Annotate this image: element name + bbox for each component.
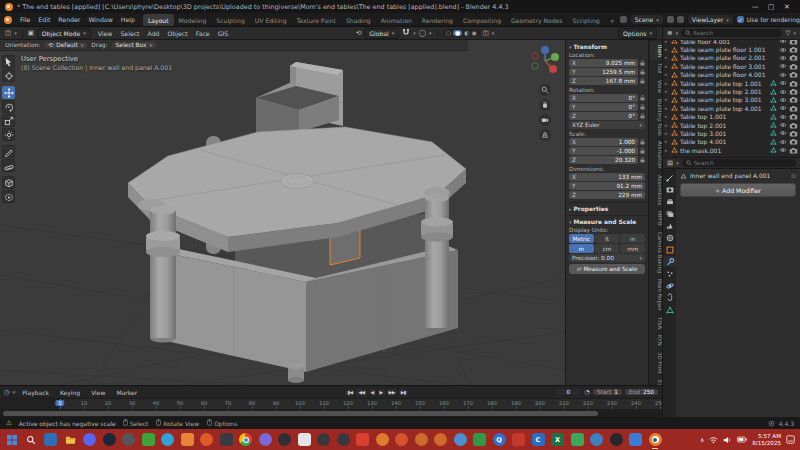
unit-in-button[interactable]: in xyxy=(620,234,645,243)
tool-rotate[interactable] xyxy=(2,100,15,113)
dimensions-y-field[interactable]: Y91.2 mm xyxy=(569,182,645,190)
unit-ft-button[interactable]: ft xyxy=(595,234,620,243)
taskbar-icon-sphere-app[interactable] xyxy=(610,433,623,446)
shading-wireframe-icon[interactable]: ○ xyxy=(446,30,451,36)
gizmo-y-axis-negative[interactable] xyxy=(532,63,538,69)
frame-end-field[interactable]: End250 xyxy=(625,389,658,395)
render-camera-icon[interactable] xyxy=(789,80,798,87)
visibility-eye-icon[interactable] xyxy=(779,105,787,111)
expand-icon[interactable]: ▸ xyxy=(665,40,669,44)
visibility-eye-icon[interactable] xyxy=(779,147,787,153)
workspace-tab-texture-paint[interactable]: Texture Paint xyxy=(292,14,341,26)
timeline-menu-playback[interactable]: Playback xyxy=(18,387,53,398)
expand-icon[interactable]: ▸ xyxy=(665,131,669,136)
outliner-row[interactable]: ▸Table top 3.001 xyxy=(665,129,798,137)
taskbar-icon-blue-app[interactable] xyxy=(590,433,603,446)
visibility-eye-icon[interactable] xyxy=(779,72,787,78)
rotation-z-field[interactable]: Z0° xyxy=(569,112,638,120)
playhead-frame-badge[interactable]: 0 xyxy=(55,400,64,406)
tool-measure[interactable] xyxy=(2,159,15,172)
expand-icon[interactable]: ▸ xyxy=(665,89,669,94)
expand-icon[interactable]: ▸ xyxy=(665,148,669,153)
taskbar-icon-blue-round-app[interactable] xyxy=(454,433,467,446)
properties-tab-render[interactable] xyxy=(663,184,676,195)
gizmo-z-axis[interactable] xyxy=(541,46,549,54)
gizmo-x-axis-negative[interactable] xyxy=(532,53,538,59)
sidebar-tab-view[interactable]: View xyxy=(650,77,662,96)
sidebar-tab-edit[interactable]: Edit xyxy=(650,377,662,385)
properties-tab-scene[interactable] xyxy=(663,220,676,231)
taskbar-icon-dark-app-1[interactable] xyxy=(220,433,233,446)
blender-app-icon[interactable] xyxy=(5,3,13,11)
tool-add-cube[interactable] xyxy=(2,176,15,189)
viewport-canvas[interactable] xyxy=(0,40,565,385)
orientation-selector[interactable]: Global▾ xyxy=(364,28,399,39)
viewport-menu-add[interactable]: Add xyxy=(144,28,164,39)
render-camera-icon[interactable] xyxy=(789,138,798,145)
taskbar-icon-telegram[interactable] xyxy=(161,433,174,446)
outliner-row[interactable]: ▸Table seam plate floor 3.001 xyxy=(665,62,798,70)
dimensions-x-field[interactable]: X133 mm xyxy=(569,173,645,181)
menu-render[interactable]: Render xyxy=(54,14,84,25)
use-for-rendering-checkbox[interactable]: ✓ xyxy=(737,16,744,23)
taskbar-icon-dark-app-2[interactable] xyxy=(278,433,291,446)
end-table-model[interactable] xyxy=(128,62,466,383)
unit-m-button[interactable]: m xyxy=(569,244,594,253)
location-z-field[interactable]: Z167.8 mm xyxy=(569,77,638,85)
outliner-row[interactable]: ▸Table top 1.001 xyxy=(665,113,798,121)
gizmo-x-axis[interactable] xyxy=(549,65,557,73)
outliner-search-input[interactable] xyxy=(693,30,779,36)
outliner-row[interactable]: ▸Table seam plate top 4.001 xyxy=(665,104,798,112)
sidebar-tab-animation[interactable]: Animation xyxy=(650,138,662,171)
expand-icon[interactable]: ▸ xyxy=(665,114,669,119)
taskbar-icon-purple-app[interactable] xyxy=(259,433,272,446)
taskbar-icon-tree-app[interactable] xyxy=(473,433,486,446)
taskbar-icon-code-app[interactable]: C xyxy=(532,433,545,446)
properties-tab-modifiers[interactable] xyxy=(663,256,676,267)
taskbar-icon-task-view[interactable] xyxy=(44,433,57,446)
expand-icon[interactable]: ▸ xyxy=(665,97,669,102)
pan-button[interactable] xyxy=(539,99,551,111)
lock-icon[interactable] xyxy=(640,60,645,67)
jump-to-start-button[interactable]: ▮◀ xyxy=(345,389,354,396)
camera-view-button[interactable] xyxy=(539,114,551,126)
timeline-menu-view[interactable]: View xyxy=(87,387,109,398)
shading-solid-icon[interactable]: ● xyxy=(453,30,462,36)
rotation-mode-dropdown[interactable]: XYZ Euler▾ xyxy=(569,121,645,129)
new-scene-icon[interactable] xyxy=(667,16,674,23)
3d-viewport[interactable]: Orientation: ⟲ Default▾ Drag: Select Box… xyxy=(0,40,662,385)
sidebar-tab-main-repair[interactable]: Main Repair xyxy=(650,276,662,314)
scale-x-field[interactable]: X1.000 xyxy=(569,138,638,146)
sidebar-tab-building-tools[interactable]: Building Tools xyxy=(650,96,662,139)
viewport-menu-object[interactable]: Object xyxy=(164,28,192,39)
workspace-tab-uv-editing[interactable]: UV Editing xyxy=(250,14,292,26)
sidebar-tab-mpfb[interactable]: MPFB xyxy=(650,208,662,229)
lock-icon[interactable] xyxy=(640,78,645,85)
outliner-row[interactable]: ▸Table top 2.001 xyxy=(665,121,798,129)
tool-transform[interactable] xyxy=(2,128,15,141)
lock-icon[interactable] xyxy=(640,113,645,120)
transform-panel-header[interactable]: ▾Transform xyxy=(569,44,645,50)
jump-to-end-button[interactable]: ▶▮ xyxy=(399,389,408,396)
expand-icon[interactable]: ▸ xyxy=(665,55,669,60)
battery-icon[interactable] xyxy=(737,436,747,443)
expand-icon[interactable]: ▸ xyxy=(665,123,669,128)
properties-tab-particles[interactable] xyxy=(663,268,676,279)
add-workspace-button[interactable]: + xyxy=(605,14,620,26)
next-keyframe-button[interactable]: ▶▶ xyxy=(387,389,397,396)
filter-funnel-icon[interactable]: ▽ xyxy=(785,29,790,37)
visibility-eye-icon[interactable] xyxy=(779,89,787,95)
unit-cm-button[interactable]: cm xyxy=(595,244,620,253)
render-camera-icon[interactable] xyxy=(789,63,798,70)
timeline-menu-keying[interactable]: Keying xyxy=(56,387,84,398)
properties-tab-object[interactable] xyxy=(663,244,676,255)
visibility-eye-icon[interactable] xyxy=(779,80,787,86)
close-button[interactable]: ✕ xyxy=(779,3,795,11)
outliner-row[interactable]: ▸Table top 4.001 xyxy=(665,138,798,146)
sidebar-tab-3d-print[interactable]: 3D Print xyxy=(650,349,662,377)
properties-search[interactable] xyxy=(682,159,796,167)
pin-icon[interactable]: ⊙ xyxy=(791,172,796,179)
taskbar-icon-steam[interactable] xyxy=(103,433,116,446)
outliner-row[interactable]: ▸Table seam plate top 2.001 xyxy=(665,87,798,95)
sidebar-tab-item[interactable]: Item xyxy=(650,42,662,60)
